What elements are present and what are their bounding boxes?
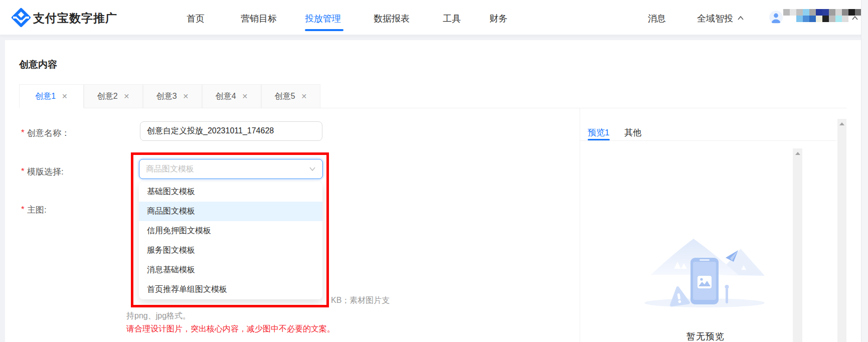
close-icon[interactable]: ✕	[62, 92, 68, 100]
avatar[interactable]	[769, 11, 783, 24]
chevron-up-icon[interactable]	[737, 16, 744, 21]
design-warning-text: 请合理设计图片，突出核心内容，减少图中不必要的文案。	[126, 324, 335, 334]
nav-item-data-report[interactable]: 数据报表	[374, 13, 410, 25]
close-icon[interactable]: ✕	[242, 92, 248, 100]
scroll-up-arrow-icon[interactable]	[839, 122, 844, 125]
template-select-label: 模版选择:	[27, 166, 64, 178]
nav-item-delivery-management[interactable]: 投放管理	[305, 13, 341, 25]
chevron-down-icon	[309, 166, 316, 172]
tab-label: 创意3	[156, 91, 177, 102]
close-icon[interactable]: ✕	[301, 92, 307, 100]
nav-item-home[interactable]: 首页	[187, 13, 205, 25]
tab-preview-other[interactable]: 其他	[624, 127, 641, 138]
close-icon[interactable]: ✕	[124, 92, 130, 100]
nav-item-tools[interactable]: 工具	[443, 13, 461, 25]
main-image-label: 主图:	[27, 204, 47, 216]
tab-label: 创意1	[35, 91, 56, 102]
tab-label: 创意5	[275, 91, 295, 102]
creative-name-input[interactable]	[140, 121, 322, 141]
tab-creative-1[interactable]: 创意1 ✕	[19, 84, 84, 108]
tab-creative-5[interactable]: 创意5 ✕	[261, 84, 320, 108]
template-dropdown: 基础图文模板 商品图文模板 信用免押图文模板 服务图文模板 消息基础模板 首页推…	[139, 182, 322, 299]
nav-item-finance[interactable]: 财务	[489, 13, 507, 25]
select-placeholder: 商品图文模板	[146, 164, 194, 175]
active-nav-underline	[305, 29, 343, 31]
top-nav: 支付宝数字推广 首页 营销目标 投放管理 数据报表 工具 财务 消息 全域智投	[0, 0, 868, 35]
template-select[interactable]: 商品图文模板	[139, 159, 323, 179]
dropdown-option[interactable]: 服务图文模板	[139, 241, 322, 260]
creative-name-label: 创意名称：	[27, 127, 70, 139]
preview-scrollbar[interactable]	[793, 148, 802, 342]
messages-link[interactable]: 消息	[648, 13, 666, 25]
dropdown-option[interactable]: 信用免押图文模板	[139, 221, 322, 241]
dropdown-option-selected[interactable]: 商品图文模板	[139, 202, 322, 221]
dropdown-option[interactable]: 消息基础模板	[139, 260, 322, 280]
app-title: 支付宝数字推广	[33, 11, 117, 26]
tab-preview-1[interactable]: 预览1	[588, 127, 609, 138]
scroll-up-arrow-icon[interactable]	[795, 152, 800, 155]
content-scrollbar[interactable]	[837, 119, 846, 342]
tab-creative-2[interactable]: 创意2 ✕	[84, 84, 143, 108]
window-scrollbar-track[interactable]	[861, 0, 868, 342]
tab-label: 创意2	[97, 91, 118, 102]
dropdown-option[interactable]: 首页推荐单组图文模板	[139, 280, 322, 299]
person-icon	[769, 11, 783, 24]
dropdown-option[interactable]: 基础图文模板	[139, 182, 322, 202]
upload-hint-fragment: KB；素材图片支	[331, 295, 390, 306]
mode-switcher[interactable]: 全域智投	[697, 13, 733, 25]
page-title: 创意内容	[19, 58, 57, 71]
page: 支付宝数字推广 首页 营销目标 投放管理 数据报表 工具 财务 消息 全域智投 …	[0, 0, 868, 342]
alipay-logo-icon[interactable]	[11, 8, 31, 28]
upload-hint-line2: 持png、jpg格式。	[126, 311, 191, 321]
tab-creative-4[interactable]: 创意4 ✕	[202, 84, 261, 108]
close-icon[interactable]: ✕	[183, 92, 189, 100]
tab-creative-3[interactable]: 创意3 ✕	[143, 84, 202, 108]
empty-preview-text: 暂无预览	[686, 330, 725, 342]
nav-item-marketing-goal[interactable]: 营销目标	[241, 13, 277, 25]
tab-label: 创意4	[216, 91, 236, 102]
empty-preview-illustration	[642, 235, 767, 310]
preview-tabbar-divider	[580, 140, 836, 141]
preview-panel-border	[580, 108, 580, 342]
